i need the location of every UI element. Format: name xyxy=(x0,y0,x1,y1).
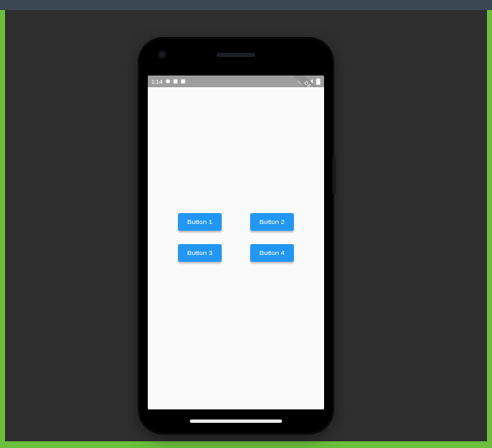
button-2[interactable]: Button 2 xyxy=(250,213,294,231)
home-indicator xyxy=(190,419,282,423)
ide-bottom-gutter xyxy=(0,441,492,448)
button-row-1: Button 1 Button 2 xyxy=(178,213,294,231)
signal-icon xyxy=(306,79,313,85)
square-icon xyxy=(173,79,178,84)
button-grid: Button 1 Button 2 Button 3 Button 4 xyxy=(148,213,324,262)
wifi-icon xyxy=(297,79,304,85)
phone-screen: 1:14 xyxy=(148,76,324,409)
svg-rect-4 xyxy=(317,78,319,79)
front-camera xyxy=(158,50,166,59)
svg-rect-1 xyxy=(173,80,177,84)
ide-topbar xyxy=(0,0,492,10)
status-bar-left: 1:14 xyxy=(151,79,186,85)
button-row-2: Button 3 Button 4 xyxy=(178,244,294,262)
status-bar-right xyxy=(297,78,321,85)
circle-icon xyxy=(165,79,170,84)
button-4[interactable]: Button 4 xyxy=(250,244,294,262)
square-icon xyxy=(181,79,186,84)
svg-rect-2 xyxy=(181,80,185,84)
app-body: Button 1 Button 2 Button 3 Button 4 xyxy=(148,87,324,409)
battery-icon xyxy=(316,78,321,85)
ide-right-gutter xyxy=(487,10,492,448)
svg-point-0 xyxy=(165,80,170,84)
phone-device-frame: 1:14 xyxy=(139,39,332,433)
status-time: 1:14 xyxy=(151,79,163,85)
status-bar: 1:14 xyxy=(148,76,324,87)
svg-rect-3 xyxy=(317,79,321,85)
button-1[interactable]: Button 1 xyxy=(178,213,222,231)
button-3[interactable]: Button 3 xyxy=(178,244,222,262)
emulator-stage: 1:14 xyxy=(5,10,487,441)
top-speaker xyxy=(217,53,255,57)
